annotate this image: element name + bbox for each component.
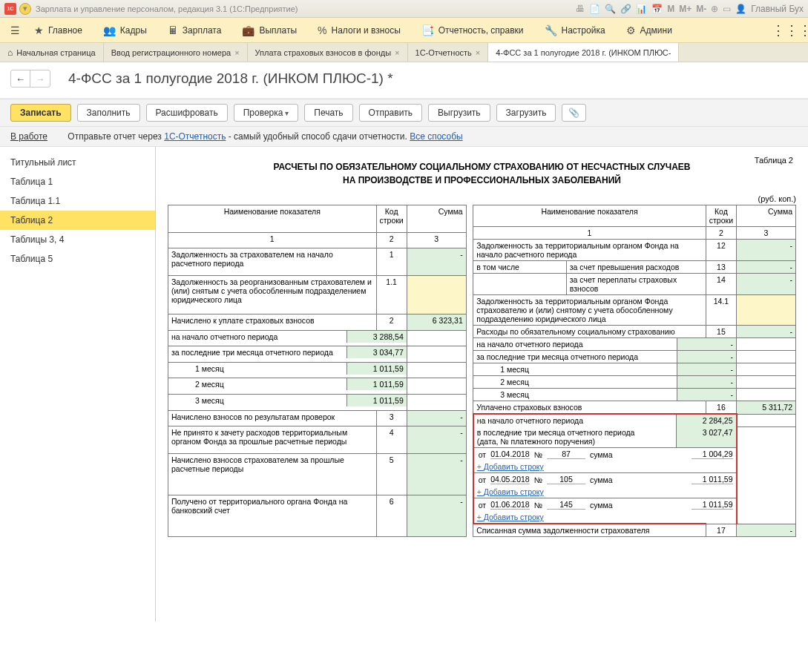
star-icon: ★ [34, 24, 44, 36]
percent-icon: % [318, 24, 326, 36]
tab-regnum[interactable]: Ввод регистрационного номера× [104, 43, 248, 62]
apps-icon[interactable]: ⋮⋮⋮ [781, 20, 802, 41]
check-button[interactable]: Проверка [234, 104, 299, 122]
status-text: Отправьте отчет через 1С-Отчетность - са… [68, 131, 462, 142]
decode-button[interactable]: Расшифровать [146, 104, 228, 122]
report-body: Таблица 2 РАСЧЕТЫ ПО ОБЯЗАТЕЛЬНОМУ СОЦИА… [156, 147, 808, 622]
people-icon: 👥 [103, 24, 116, 36]
hamburger-icon[interactable]: ☰ [6, 24, 24, 36]
wallet-icon: 💼 [242, 24, 254, 36]
nav-arrows: ← → [10, 70, 50, 88]
status-bar: В работе Отправьте отчет через 1С-Отчетн… [0, 127, 808, 147]
attach-button[interactable]: 📎 [562, 104, 586, 122]
gear-icon: ⚙ [626, 24, 636, 36]
home-icon: ⌂ [7, 47, 13, 58]
zoom-icon[interactable]: ⊕ [711, 4, 718, 14]
status-label[interactable]: В работе [10, 131, 47, 142]
tab-1c-otchet[interactable]: 1С-Отчетность× [408, 43, 489, 62]
close-icon[interactable]: × [395, 48, 399, 57]
right-table: Наименование показателяКод строкиСумма 1… [473, 205, 796, 537]
link-all-ways[interactable]: Все способы [410, 131, 463, 142]
fill-button[interactable]: Заполнить [77, 104, 140, 122]
close-icon[interactable]: × [234, 48, 239, 57]
doc-icon[interactable]: 📄 [589, 4, 600, 14]
tab-4fss[interactable]: 4-ФСС за 1 полугодие 2018 г. (ИНКОМ ПЛЮС… [488, 43, 679, 62]
search-icon[interactable]: 🔍 [605, 4, 616, 14]
table-label: Таблица 2 [755, 156, 793, 165]
page-title: 4-ФСС за 1 полугодие 2018 г. (ИНКОМ ПЛЮС… [68, 70, 393, 87]
user-name[interactable]: Главный Бух [751, 4, 804, 14]
menu-main[interactable]: ★Главное [24, 24, 93, 36]
sidebar-item-t2[interactable]: Таблица 2 [0, 211, 155, 230]
payment-row-1[interactable]: от01.04.2018№87сумма1 004,29 [477, 449, 733, 459]
link-1c-otchet[interactable]: 1С-Отчетность [164, 131, 226, 142]
payment-row-3[interactable]: от01.06.2018№145сумма1 011,59 [477, 500, 733, 510]
app-title: Зарплата и управление персоналом, редакц… [36, 4, 298, 13]
export-button[interactable]: Выгрузить [428, 104, 490, 122]
title-bar: 1C ▾ Зарплата и управление персоналом, р… [0, 0, 808, 18]
print-button[interactable]: Печать [304, 104, 352, 122]
titlebar-tools: 🖶 📄 🔍 🔗 📊 📅 M M+ M- ⊕ ▭ 👤 Главный Бух [576, 4, 804, 14]
close-icon[interactable]: × [476, 48, 480, 57]
sidebar-item-t11[interactable]: Таблица 1.1 [0, 191, 155, 211]
sidebar-item-t1[interactable]: Таблица 1 [0, 172, 155, 191]
forward-button[interactable]: → [30, 70, 50, 87]
m-plus-icon[interactable]: M+ [679, 4, 692, 14]
left-table: Наименование показателяКод строкиСумма 1… [168, 205, 467, 537]
m-icon[interactable]: M [667, 4, 674, 14]
menu-admin[interactable]: ⚙Админи [616, 24, 683, 36]
sidebar-item-t5[interactable]: Таблица 5 [0, 249, 155, 269]
menu-zarplata[interactable]: 🖩Зарплата [157, 24, 232, 36]
wrench-icon: 🔧 [545, 24, 557, 36]
payment-row-2[interactable]: от04.05.2018№105сумма1 011,59 [477, 475, 733, 484]
write-button[interactable]: Записать [10, 104, 71, 122]
menu-nalogi[interactable]: %Налоги и взносы [307, 24, 411, 36]
menu-kadry[interactable]: 👥Кадры [93, 24, 157, 36]
add-row-link[interactable]: Добавить строку [477, 487, 544, 496]
unit-label: (руб. коп.) [168, 194, 796, 203]
calc-icon: 🖩 [168, 24, 178, 36]
app-logo-icon: 1C [4, 3, 16, 15]
main-menu: ☰ ★Главное 👥Кадры 🖩Зарплата 💼Выплаты %На… [0, 18, 808, 43]
tabs-bar: ⌂Начальная страница Ввод регистрационног… [0, 43, 808, 62]
m-minus-icon[interactable]: M- [696, 4, 706, 14]
add-row-link[interactable]: Добавить строку [477, 462, 544, 471]
menu-settings[interactable]: 🔧Настройка [534, 24, 616, 36]
command-bar: Записать Заполнить Расшифровать Проверка… [0, 99, 808, 127]
report-title: РАСЧЕТЫ ПО ОБЯЗАТЕЛЬНОМУ СОЦИАЛЬНОМУ СТР… [168, 160, 796, 187]
send-button[interactable]: Отправить [359, 104, 423, 122]
sidebar-item-t34[interactable]: Таблицы 3, 4 [0, 230, 155, 249]
sidebar-item-title[interactable]: Титульный лист [0, 153, 155, 172]
back-button[interactable]: ← [11, 70, 30, 87]
report-sidebar: Титульный лист Таблица 1 Таблица 1.1 Таб… [0, 147, 156, 622]
tab-home[interactable]: ⌂Начальная страница [0, 43, 104, 62]
dropdown-icon[interactable]: ▾ [19, 3, 31, 15]
content: Титульный лист Таблица 1 Таблица 1.1 Таб… [0, 147, 808, 622]
tab-uplata[interactable]: Уплата страховых взносов в фонды× [248, 43, 408, 62]
user-icon[interactable]: 👤 [735, 4, 746, 14]
menu-vyplaty[interactable]: 💼Выплаты [231, 24, 307, 36]
panel-icon[interactable]: ▭ [723, 4, 731, 14]
menu-otchet[interactable]: 📑Отчетность, справки [411, 24, 534, 36]
link-icon[interactable]: 🔗 [620, 4, 631, 14]
calendar-icon[interactable]: 📅 [651, 4, 663, 14]
import-button[interactable]: Загрузить [496, 104, 556, 122]
print-icon[interactable]: 🖶 [576, 4, 585, 14]
add-row-link[interactable]: Добавить строку [477, 513, 544, 521]
page-header: ← → 4-ФСС за 1 полугодие 2018 г. (ИНКОМ … [0, 62, 808, 99]
report-icon: 📑 [421, 24, 434, 36]
calc-icon[interactable]: 📊 [636, 4, 647, 14]
